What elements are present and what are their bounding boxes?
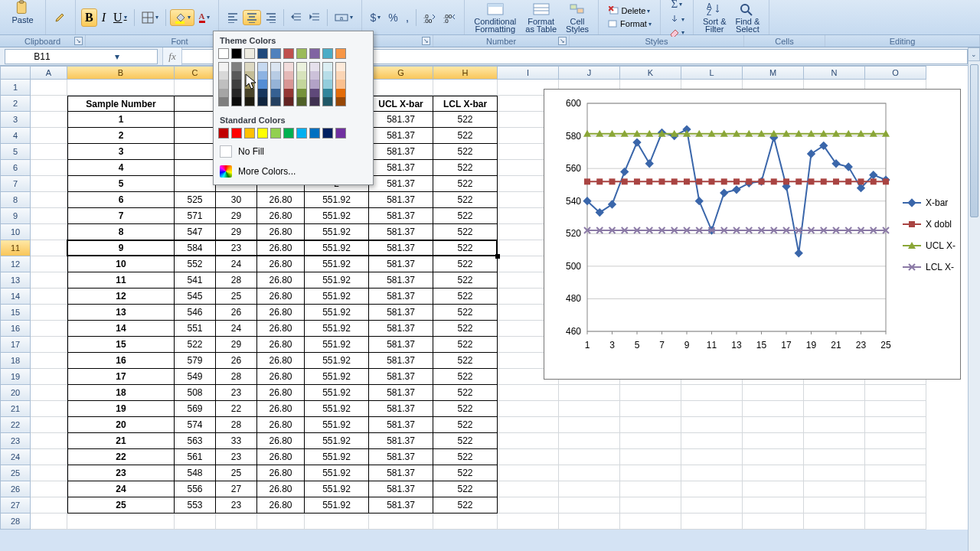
cell[interactable] xyxy=(804,433,865,449)
cell[interactable] xyxy=(681,465,743,481)
cell[interactable] xyxy=(559,481,620,497)
color-swatch[interactable] xyxy=(296,89,307,98)
dialog-launcher-icon[interactable]: ↘ xyxy=(558,37,567,45)
cell[interactable] xyxy=(743,385,804,401)
cell[interactable]: 569 xyxy=(175,401,216,417)
expand-formula-bar-button[interactable]: ⌄ xyxy=(968,47,980,61)
cell[interactable]: 551.92 xyxy=(305,272,369,289)
color-swatch[interactable] xyxy=(218,62,229,71)
cell[interactable] xyxy=(559,417,620,433)
cell[interactable] xyxy=(31,497,67,514)
dialog-launcher-icon[interactable]: ↘ xyxy=(74,37,83,45)
cell[interactable] xyxy=(31,481,67,497)
cell[interactable] xyxy=(865,514,926,530)
cell[interactable] xyxy=(743,433,804,449)
cell[interactable]: 581.37 xyxy=(369,208,433,224)
cell[interactable] xyxy=(559,433,620,449)
color-swatch[interactable] xyxy=(309,89,320,98)
cell[interactable] xyxy=(865,417,926,433)
color-swatch[interactable] xyxy=(231,48,242,59)
row-header[interactable]: 6 xyxy=(0,160,31,176)
column-header-C[interactable]: C xyxy=(175,66,216,80)
cell[interactable]: 551.92 xyxy=(305,337,369,353)
color-swatch[interactable] xyxy=(244,97,255,106)
cell[interactable]: 18 xyxy=(67,385,175,401)
cell[interactable]: Sample Number xyxy=(67,96,175,112)
column-header-L[interactable]: L xyxy=(681,66,743,80)
column-header-G[interactable]: G xyxy=(369,66,433,80)
cell[interactable]: 522 xyxy=(433,176,498,192)
color-swatch[interactable] xyxy=(335,80,346,89)
row-header[interactable]: 27 xyxy=(0,497,31,514)
cell[interactable] xyxy=(31,417,67,433)
cell[interactable] xyxy=(620,433,681,449)
row-header[interactable]: 16 xyxy=(0,321,31,337)
cell[interactable] xyxy=(681,497,743,514)
color-swatch[interactable] xyxy=(296,62,307,71)
row-header[interactable]: 7 xyxy=(0,176,31,192)
color-swatch[interactable] xyxy=(283,97,294,106)
cell[interactable] xyxy=(681,514,743,530)
cell[interactable]: 26.80 xyxy=(257,353,305,369)
cell[interactable]: 522 xyxy=(433,321,498,337)
color-swatch[interactable] xyxy=(231,71,242,80)
color-swatch[interactable] xyxy=(283,48,294,59)
cell[interactable]: 15 xyxy=(67,337,175,353)
row-header[interactable]: 24 xyxy=(0,449,31,465)
fill-handle[interactable] xyxy=(495,254,500,259)
color-swatch[interactable] xyxy=(257,128,268,139)
cell[interactable]: 16 xyxy=(67,353,175,369)
cell[interactable]: 579 xyxy=(175,353,216,369)
cell[interactable]: 581.37 xyxy=(369,337,433,353)
cell[interactable] xyxy=(433,80,498,96)
cell[interactable]: 551 xyxy=(175,321,216,337)
cell[interactable]: 551.92 xyxy=(305,417,369,433)
color-swatch[interactable] xyxy=(270,48,281,59)
cell[interactable]: 23 xyxy=(216,497,257,514)
cell[interactable]: UCL X-bar xyxy=(369,96,433,112)
color-swatch[interactable] xyxy=(296,80,307,89)
cell[interactable] xyxy=(559,465,620,481)
cell[interactable]: 522 xyxy=(433,224,498,240)
cell[interactable] xyxy=(369,514,433,530)
cell[interactable]: 581.37 xyxy=(369,401,433,417)
cell[interactable]: 522 xyxy=(433,337,498,353)
cell[interactable] xyxy=(31,112,67,128)
cell[interactable]: 522 xyxy=(433,465,498,481)
cell[interactable]: 22 xyxy=(67,449,175,465)
row-header[interactable]: 1 xyxy=(0,80,31,96)
cell[interactable] xyxy=(804,481,865,497)
cell[interactable]: 33 xyxy=(216,433,257,449)
cell[interactable] xyxy=(175,176,216,192)
cell[interactable]: 11 xyxy=(67,272,175,289)
cell[interactable]: 522 xyxy=(433,305,498,321)
cell[interactable] xyxy=(31,449,67,465)
cell[interactable] xyxy=(175,128,216,144)
cell[interactable] xyxy=(559,497,620,514)
cell[interactable]: 522 xyxy=(433,417,498,433)
cell[interactable] xyxy=(743,481,804,497)
cell[interactable] xyxy=(175,144,216,160)
comma-button[interactable]: , xyxy=(403,9,412,26)
color-swatch[interactable] xyxy=(283,71,294,80)
cell[interactable] xyxy=(31,385,67,401)
cell[interactable]: 26.80 xyxy=(257,208,305,224)
cell-styles-button[interactable]: CellStyles xyxy=(561,2,593,34)
insert-function-button[interactable]: fx xyxy=(162,47,182,65)
cell[interactable]: 525 xyxy=(175,192,216,208)
cell[interactable]: 551.92 xyxy=(305,433,369,449)
color-swatch[interactable] xyxy=(244,62,255,71)
cell[interactable]: 581.37 xyxy=(369,417,433,433)
column-header-K[interactable]: K xyxy=(620,66,681,80)
cell[interactable]: 549 xyxy=(175,369,216,385)
autosum-button[interactable]: Σ▾ xyxy=(668,0,686,12)
color-swatch[interactable] xyxy=(270,128,281,139)
color-swatch[interactable] xyxy=(283,89,294,98)
cell[interactable] xyxy=(498,433,559,449)
cell[interactable]: 581.37 xyxy=(369,497,433,514)
cell[interactable] xyxy=(681,401,743,417)
cell[interactable] xyxy=(31,256,67,272)
cell[interactable]: 553 xyxy=(175,497,216,514)
cell[interactable] xyxy=(175,112,216,128)
cell[interactable] xyxy=(175,96,216,112)
